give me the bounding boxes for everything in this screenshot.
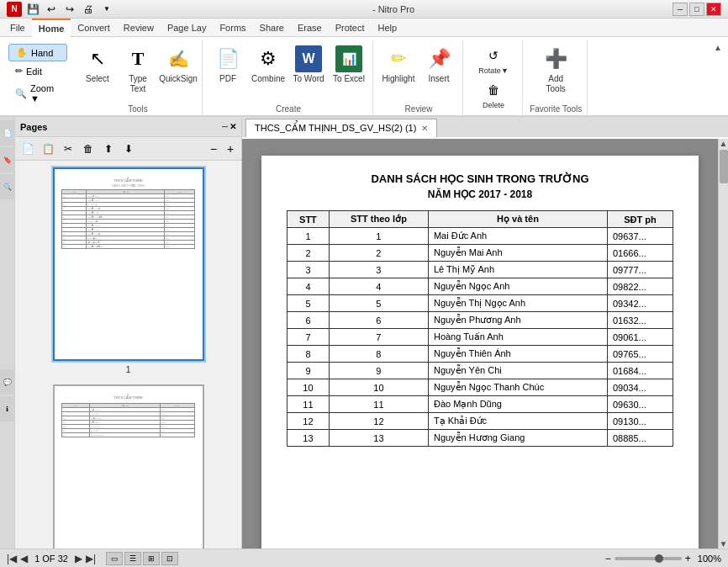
zoom-in-btn[interactable]: + (223, 141, 238, 156)
table-row: 11 11 Đào Mạnh Dũng 09630... (288, 396, 673, 413)
add-tools-button[interactable]: ➕ Add Tools (537, 44, 574, 96)
pages-panel-minimize[interactable]: ─ (222, 122, 228, 131)
side-icon-comments[interactable]: 💬 (0, 369, 15, 395)
pages-down-btn[interactable]: ⬇ (119, 140, 138, 158)
last-page-btn[interactable]: ▶| (86, 553, 96, 564)
select-button[interactable]: ↖ Select (79, 44, 116, 86)
continuous-view-btn[interactable]: ☰ (124, 552, 141, 565)
maximize-button[interactable]: □ (689, 3, 704, 16)
status-bar: |◀ ◀ 1 OF 32 ▶ ▶| ▭ ☰ ⊞ ⊡ − + 100% (0, 548, 728, 567)
cell-stt-lop: 1 (329, 228, 428, 245)
two-page-view-btn[interactable]: ⊞ (143, 552, 160, 565)
ribbon: ✋ Hand ✏ Edit 🔍 Zoom ▼ ↖ Select T Type T… (0, 37, 728, 117)
fit-page-btn[interactable]: ⊡ (161, 552, 178, 565)
cell-stt-lop: 10 (329, 379, 428, 396)
pages-up-btn[interactable]: ⬆ (99, 140, 118, 158)
review-group-items: ✏ Highlight 📌 Insert (380, 44, 457, 101)
menu-page-lay[interactable]: Page Lay (161, 19, 213, 37)
to-word-button[interactable]: W To Word (290, 44, 327, 86)
close-button[interactable]: ✕ (706, 3, 721, 16)
document-tab[interactable]: THCS_CẨM THỊNH_DS_GV_HS(2) (1) ✕ (245, 119, 437, 137)
cell-stt-lop: 2 (329, 245, 428, 262)
page-image-2[interactable]: THCS CẨM THỊNH STTHọ tênSĐT 14Trần Văn A… (53, 384, 204, 548)
prev-page-btn[interactable]: ◀ (20, 553, 28, 564)
window-title: - Nitro Pro (114, 4, 673, 14)
dropdown-arrow-icon[interactable]: ▼ (99, 2, 114, 17)
to-excel-button[interactable]: 📊 To Excel (330, 44, 367, 86)
side-icon-search[interactable]: 🔍 (0, 174, 15, 199)
cell-sdt: 09630... (608, 396, 673, 413)
save-btn[interactable]: 💾 (25, 2, 40, 17)
table-row: 12 12 Tạ Khải Đức 09130... (288, 413, 673, 430)
cell-sdt: 08885... (608, 430, 673, 447)
single-page-view-btn[interactable]: ▭ (106, 552, 123, 565)
zoom-out-status-btn[interactable]: − (605, 553, 611, 564)
pages-panel-close[interactable]: ✕ (229, 122, 236, 131)
type-text-button[interactable]: T Type Text (119, 44, 156, 96)
page-view-controls: ▭ ☰ ⊞ ⊡ (106, 552, 178, 565)
delete-button[interactable]: 🗑 Delete (475, 78, 511, 111)
rotate-button[interactable]: ↺ Rotate▼ (475, 44, 511, 77)
pages-new-btn[interactable]: 📄 (18, 140, 37, 158)
menu-file[interactable]: File (3, 19, 32, 37)
table-row: 10 10 Nguyễn Ngọc Thanh Chúc 09034... (288, 379, 673, 396)
document-content: DANH SÁCH HỌC SINH TRONG TRƯỜNG NĂM HỌC … (261, 156, 699, 548)
scroll-down-arrow[interactable]: ▼ (719, 539, 728, 548)
side-icon-bookmarks[interactable]: 🔖 (0, 147, 15, 172)
next-page-btn[interactable]: ▶ (75, 553, 82, 564)
redo-btn[interactable]: ↪ (62, 2, 77, 17)
first-page-btn[interactable]: |◀ (7, 553, 17, 564)
table-row: 8 8 Nguyễn Thiên Ánh 09765... (288, 346, 673, 363)
scroll-up-arrow[interactable]: ▲ (719, 139, 728, 148)
favorite-tools-items: ➕ Add Tools (537, 44, 574, 101)
menu-forms[interactable]: Forms (213, 19, 252, 37)
menu-protect[interactable]: Protect (329, 19, 372, 37)
menu-help[interactable]: Help (372, 19, 404, 37)
highlight-button[interactable]: ✏ Highlight (380, 44, 417, 86)
hand-mode-button[interactable]: ✋ Hand (8, 44, 67, 61)
pages-delete-btn[interactable]: 🗑 (79, 140, 98, 158)
combine-button[interactable]: ⚙ Combine (250, 44, 287, 86)
menu-review[interactable]: Review (117, 19, 161, 37)
side-icon-properties[interactable]: ℹ (0, 396, 15, 421)
ribbon-collapse-button[interactable]: ▲ (711, 40, 725, 54)
cell-sdt: 09342... (608, 295, 673, 312)
insert-button[interactable]: 📌 Insert (420, 44, 457, 86)
pdf-button[interactable]: 📄 PDF (209, 44, 246, 86)
print-btn[interactable]: 🖨 (81, 2, 96, 17)
rotate-label: Rotate▼ (478, 66, 508, 75)
zoom-in-status-btn[interactable]: + (685, 553, 691, 564)
menu-home[interactable]: Home (32, 19, 71, 37)
cell-sdt: 09034... (608, 379, 673, 396)
tab-bar: THCS_CẨM THỊNH_DS_GV_HS(2) (1) ✕ (242, 117, 728, 139)
menu-share[interactable]: Share (253, 19, 291, 37)
zoom-slider-thumb[interactable] (655, 554, 663, 563)
zoom-slider[interactable] (615, 557, 682, 560)
pages-copy-btn[interactable]: 📋 (39, 140, 57, 158)
pages-panel-title: Pages (20, 122, 47, 132)
cell-sdt: 01632... (608, 312, 673, 329)
undo-btn[interactable]: ↩ (44, 2, 59, 17)
cell-sdt: 09822... (608, 278, 673, 295)
cell-ho-ten: Lê Thị Mỹ Anh (428, 262, 607, 278)
cell-stt: 8 (288, 346, 330, 363)
scroll-thumb-v[interactable] (720, 150, 728, 183)
zoom-out-btn[interactable]: − (206, 141, 221, 156)
table-row: 13 13 Nguyễn Hương Giang 08885... (288, 430, 673, 447)
table-row: 3 3 Lê Thị Mỹ Anh 09777... (288, 262, 673, 278)
vertical-scrollbar[interactable]: ▲ ▼ (718, 139, 728, 548)
zoom-mode-button[interactable]: 🔍 Zoom ▼ (8, 81, 67, 106)
window-controls: ─ □ ✕ (673, 3, 721, 16)
tab-close-icon[interactable]: ✕ (421, 124, 428, 133)
document-area: THCS_CẨM THỊNH_DS_GV_HS(2) (1) ✕ ◀ DANH … (242, 117, 728, 548)
pages-cut-btn[interactable]: ✂ (59, 140, 77, 158)
edit-mode-button[interactable]: ✏ Edit (8, 63, 67, 79)
cell-sdt: 01684... (608, 363, 673, 379)
page-label-1: 1 (125, 364, 130, 374)
side-icon-pages[interactable]: 📄 (0, 120, 15, 146)
menu-erase[interactable]: Erase (291, 19, 329, 37)
page-image-1[interactable]: THCS CẨM THỊNH DANH SÁCH HỌC SINH STTHọ … (53, 167, 204, 361)
quicksign-button[interactable]: ✍ QuickSign (160, 44, 197, 86)
minimize-button[interactable]: ─ (673, 3, 688, 16)
menu-convert[interactable]: Convert (71, 19, 117, 37)
